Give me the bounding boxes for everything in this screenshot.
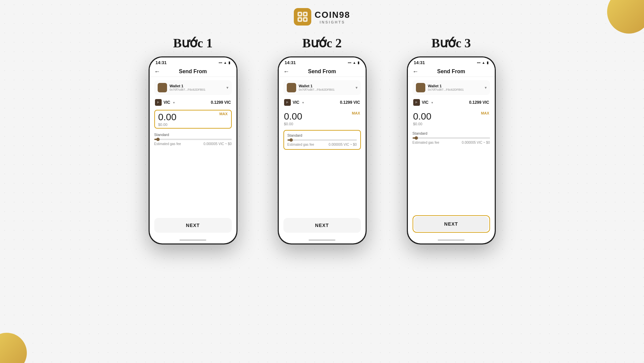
max-btn-2[interactable]: MAX <box>352 111 360 115</box>
steps-container: Bước 1 14:31 ▪▪▪ ▲ ▮ ← S <box>149 36 496 244</box>
next-highlight-3: NEXT <box>413 215 490 233</box>
next-btn-area-2: NEXT <box>279 215 366 237</box>
status-time-1: 14:31 <box>156 60 167 65</box>
gas-fee-value-3: 0.000005 VIC ~ $0 <box>462 141 490 144</box>
amount-value-area-1: 0.00 $0.00 <box>158 112 177 127</box>
status-bar-3: 14:31 ▪▪▪ ▲ ▮ <box>408 57 495 66</box>
wallet-info-3: Wallet 1 0x70f7cd87...F6c62DFB01 <box>416 83 464 92</box>
next-btn-3[interactable]: NEXT <box>414 217 489 231</box>
status-bar-1: 14:31 ▪▪▪ ▲ ▮ <box>150 57 236 66</box>
nav-bar-1: ← Send From <box>150 66 236 77</box>
amount-section-3-wrap: 0.00 $0.00 MAX <box>413 110 490 127</box>
gas-fee-label-3: Estimated gas fee <box>413 141 439 144</box>
wallet-chevron-2: ▾ <box>356 85 358 90</box>
nav-bar-2: ← Send From <box>279 66 366 77</box>
amount-section-3: 0.00 $0.00 MAX <box>413 111 489 126</box>
wallet-name-3: Wallet 1 <box>428 84 464 88</box>
token-chevron-1: ▾ <box>173 101 175 104</box>
token-row-1: 🏳 VIC ▾ 0.1299 VIC <box>154 98 232 107</box>
gas-fee-value-1: 0.000005 VIC ~ $0 <box>204 142 232 146</box>
signal-icon-3: ▪▪▪ <box>477 61 481 64</box>
wallet-details-1: Wallet 1 0x70f7cd87...F6c62DFB01 <box>170 84 206 91</box>
gas-label-1: Standard <box>154 133 232 137</box>
battery-icon-1: ▮ <box>228 61 230 64</box>
wallet-avatar-1 <box>158 83 167 92</box>
wifi-icon-3: ▲ <box>482 61 485 64</box>
back-arrow-3[interactable]: ← <box>413 68 419 75</box>
token-name-2: VIC <box>293 100 300 105</box>
slider-track-2[interactable] <box>287 139 357 141</box>
amount-value-3: 0.00 <box>413 111 432 122</box>
wallet-avatar-3 <box>416 83 425 92</box>
token-icon-3: 🏳 <box>413 99 420 106</box>
next-btn-1[interactable]: NEXT <box>154 218 232 233</box>
phone-3-inner: 14:31 ▪▪▪ ▲ ▮ ← Send From <box>408 57 495 243</box>
token-balance-3: 0.1299 VIC <box>469 100 489 105</box>
amount-highlight-1: 0.00 $0.00 MAX <box>154 110 232 129</box>
amount-value-2: 0.00 <box>284 111 303 122</box>
next-btn-area-3: NEXT <box>408 212 495 237</box>
nav-title-2: Send From <box>308 69 336 75</box>
signal-icon-2: ▪▪▪ <box>348 61 352 64</box>
slider-track-1[interactable] <box>154 139 232 140</box>
signal-icon-1: ▪▪▪ <box>219 61 222 64</box>
wallet-name-1: Wallet 1 <box>170 84 206 88</box>
token-balance-1: 0.1299 VIC <box>211 100 231 105</box>
logo-text: COIN98 INSIGHTS <box>315 10 350 24</box>
battery-icon-3: ▮ <box>487 61 489 64</box>
wallet-addr-3: 0x70f7cd87...F6c62DFB01 <box>428 88 464 91</box>
next-btn-area-1: NEXT <box>150 215 236 237</box>
phone-2-inner: 14:31 ▪▪▪ ▲ ▮ ← Send From <box>279 57 366 243</box>
token-icon-2: 🏳 <box>284 99 291 106</box>
phone-content-2: Wallet 1 0x70f7cd87...F6c62DFB01 ▾ 🏳 <box>279 77 366 215</box>
amount-usd-3: $0.00 <box>413 122 432 126</box>
amount-usd-1: $0.00 <box>158 123 177 127</box>
amount-usd-2: $0.00 <box>284 122 303 126</box>
gas-label-2: Standard <box>287 133 357 137</box>
status-icons-2: ▪▪▪ ▲ ▮ <box>348 61 360 64</box>
wallet-chevron-3: ▾ <box>485 85 487 90</box>
token-chevron-3: ▾ <box>431 101 433 104</box>
phone-3: 14:31 ▪▪▪ ▲ ▮ ← Send From <box>407 56 496 244</box>
wallet-addr-2: 0x70f7cd87...F6c62DFB01 <box>299 88 335 91</box>
wallet-chevron-1: ▾ <box>226 85 228 90</box>
amount-section-2: 0.00 $0.00 MAX <box>284 111 360 126</box>
back-arrow-1[interactable]: ← <box>154 68 160 75</box>
wallet-row-1[interactable]: Wallet 1 0x70f7cd87...F6c62DFB01 ▾ <box>154 80 232 95</box>
header: COIN98 INSIGHTS <box>294 8 350 26</box>
token-left-1: 🏳 VIC ▾ <box>155 99 175 106</box>
step-1-title: Bước 1 <box>173 36 213 50</box>
slider-thumb-1 <box>156 138 160 141</box>
amount-value-area-3: 0.00 $0.00 <box>413 111 432 126</box>
gas-fee-row-3: Estimated gas fee 0.000005 VIC ~ $0 <box>413 141 490 144</box>
battery-icon-2: ▮ <box>358 61 360 64</box>
max-btn-3[interactable]: MAX <box>481 111 489 115</box>
logo-title: COIN98 <box>315 10 350 20</box>
wallet-name-2: Wallet 1 <box>299 84 335 88</box>
phone-1-inner: 14:31 ▪▪▪ ▲ ▮ ← Send From <box>150 57 236 243</box>
phone-content-1: Wallet 1 0x70f7cd87...F6c62DFB01 ▾ 🏳 <box>150 77 236 215</box>
max-btn-1[interactable]: MAX <box>219 112 227 116</box>
step-3: Bước 3 14:31 ▪▪▪ ▲ ▮ ← S <box>407 36 496 244</box>
next-btn-2[interactable]: NEXT <box>283 218 361 233</box>
wallet-row-2[interactable]: Wallet 1 0x70f7cd87...F6c62DFB01 ▾ <box>283 80 361 95</box>
svg-rect-7 <box>304 18 306 20</box>
wallet-row-3[interactable]: Wallet 1 0x70f7cd87...F6c62DFB01 ▾ <box>413 80 490 95</box>
nav-title-1: Send From <box>179 69 207 75</box>
step-1: Bước 1 14:31 ▪▪▪ ▲ ▮ ← S <box>149 36 237 244</box>
amount-section-1: 0.00 $0.00 MAX <box>158 112 228 127</box>
svg-rect-4 <box>299 13 301 15</box>
token-row-3: 🏳 VIC ▾ 0.1299 VIC <box>413 98 490 107</box>
token-row-2: 🏳 VIC ▾ 0.1299 VIC <box>283 98 361 107</box>
status-time-3: 14:31 <box>414 60 425 65</box>
step-2: Bước 2 14:31 ▪▪▪ ▲ ▮ ← S <box>278 36 367 244</box>
status-bar-2: 14:31 ▪▪▪ ▲ ▮ <box>279 57 366 66</box>
deco-circle-top-right <box>607 0 644 34</box>
logo-subtitle: INSIGHTS <box>315 20 350 24</box>
gas-fee-label-1: Estimated gas fee <box>154 142 181 146</box>
slider-track-3[interactable] <box>413 137 490 139</box>
wallet-addr-1: 0x70f7cd87...F6c62DFB01 <box>170 88 206 91</box>
nav-bar-3: ← Send From <box>408 66 495 77</box>
wallet-avatar-2 <box>287 83 296 92</box>
back-arrow-2[interactable]: ← <box>283 68 289 75</box>
